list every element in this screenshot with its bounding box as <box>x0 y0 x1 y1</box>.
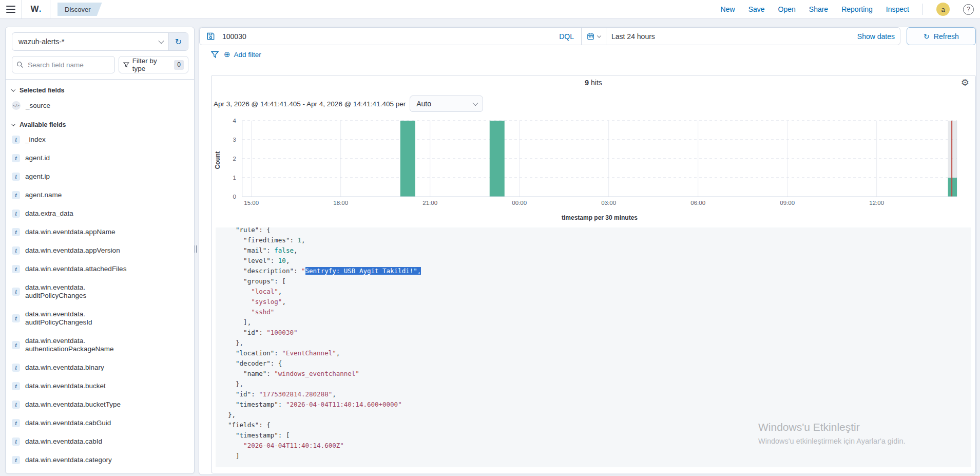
x-tick-label: 09:00 <box>780 200 795 206</box>
json-line: "2026-04-04T11:40:14.600Z" <box>228 441 971 451</box>
field-list-item[interactable]: tdata.​win.​eventdata.​auditPolicyChange… <box>8 305 192 332</box>
hits-histogram-panel: 9 hits ⚙ Apr 3, 2026 @ 14:41:41.405 - Ap… <box>211 75 976 473</box>
json-line: }, <box>228 338 971 348</box>
breadcrumb: Discover <box>57 3 102 16</box>
nav-open[interactable]: Open <box>778 5 796 13</box>
field-name: data.​win.​eventdata.​auditPolicyChanges <box>25 283 139 300</box>
logo-text: W <box>31 4 39 14</box>
json-line: "id": "100030" <box>228 328 971 338</box>
refresh-icon: ↻ <box>924 32 930 41</box>
index-pattern-refresh-button[interactable]: ↻ <box>168 33 188 50</box>
histogram-bar[interactable] <box>400 121 415 197</box>
y-tick-label: 0 <box>233 194 236 200</box>
search-icon <box>16 61 24 68</box>
json-line: "sshd" <box>228 307 971 317</box>
field-list-item[interactable]: tdata.​win.​eventdata.​appName <box>8 223 192 241</box>
nav-reporting[interactable]: Reporting <box>841 5 873 13</box>
nav-divider <box>923 4 923 15</box>
json-line: "groups": [ <box>228 276 971 287</box>
field-name: agent.​id <box>25 154 50 162</box>
hits-number: 9 <box>585 79 589 87</box>
document-json-viewer: "rule": { "firedtimes": 1, "mail": false… <box>216 227 971 467</box>
query-language-button[interactable]: DQL <box>552 32 581 41</box>
timerange-value[interactable]: Last 24 hours <box>611 32 655 41</box>
x-tick-label: 15:00 <box>244 200 259 206</box>
add-filter-button[interactable]: ⊕ Add filter <box>224 50 261 59</box>
field-name: _index <box>25 136 46 144</box>
field-type-string-icon: t <box>12 191 20 199</box>
selected-fields-header[interactable]: Selected fields <box>8 85 192 96</box>
filter-bar: ⊕ Add filter <box>211 48 261 61</box>
field-list-item[interactable]: tdata.​win.​eventdata.​cabGuid <box>8 414 192 432</box>
field-list-body: Selected fields </> _source Available fi… <box>6 79 194 473</box>
field-list-item[interactable]: tdata.​win.​eventdata.​binary <box>8 358 192 377</box>
field-list-item[interactable]: tdata.​win.​eventdata.​cabId <box>8 432 192 451</box>
json-line: ], <box>228 317 971 328</box>
field-list-item[interactable]: tdata.​extra_data <box>8 204 192 223</box>
refresh-button[interactable]: ↻ Refresh <box>907 27 976 45</box>
panel-resize-handle[interactable] <box>194 243 198 255</box>
field-name: data.​win.​eventdata.​authenticationPack… <box>25 337 139 353</box>
field-list-item[interactable]: tdata.​win.​eventdata.​appVersion <box>8 241 192 260</box>
json-line: }, <box>228 379 971 389</box>
x-tick-label: 06:00 <box>690 200 705 206</box>
field-item-source[interactable]: </> _source <box>8 96 192 115</box>
filter-funnel-icon <box>123 62 129 68</box>
field-type-string-icon: t <box>12 401 20 409</box>
field-list-item[interactable]: t_index <box>8 130 192 149</box>
field-name: data.​win.​eventdata.​binary <box>25 364 104 372</box>
field-type-string-icon: t <box>12 246 20 255</box>
avatar[interactable]: a <box>936 3 950 16</box>
field-list-item[interactable]: tagent.​id <box>8 149 192 167</box>
x-tick-label: 18:00 <box>333 200 348 206</box>
refresh-label: Refresh <box>934 32 959 41</box>
save-query-button[interactable] <box>200 32 218 41</box>
field-search-input[interactable] <box>27 61 95 69</box>
chart-options-gear-icon[interactable]: ⚙ <box>961 78 969 87</box>
field-name: data.​win.​eventdata.​appName <box>25 228 116 236</box>
field-list-item[interactable]: tdata.​win.​eventdata.​authenticationPac… <box>8 332 192 358</box>
nav-inspect[interactable]: Inspect <box>886 5 909 13</box>
x-tick-label: 03:00 <box>601 200 616 206</box>
json-line: "location": "EventChannel", <box>228 348 971 358</box>
query-input[interactable] <box>218 32 552 41</box>
json-code: "rule": { "firedtimes": 1, "mail": false… <box>216 227 971 461</box>
field-list-item[interactable]: tdata.​win.​eventdata.​category <box>8 451 192 469</box>
field-list-item[interactable]: tdata.​win.​eventdata.​auditPolicyChange… <box>8 278 192 305</box>
field-type-string-icon: t <box>12 419 20 427</box>
date-picker-calendar-button[interactable] <box>582 28 606 45</box>
nav-save[interactable]: Save <box>748 5 765 13</box>
circle-plus-icon: ⊕ <box>224 50 230 59</box>
help-icon[interactable]: ? <box>963 4 974 15</box>
field-list-item[interactable]: tdata.​win.​eventdata.​bucketType <box>8 395 192 414</box>
show-dates-button[interactable]: Show dates <box>857 32 895 41</box>
nav-share[interactable]: Share <box>809 5 828 13</box>
add-filter-label: Add filter <box>234 51 261 59</box>
selected-fields-label: Selected fields <box>20 87 65 94</box>
date-range-control: Last 24 hours Show dates <box>606 28 900 45</box>
available-fields-header[interactable]: Available fields <box>8 119 192 130</box>
field-list-item[interactable]: tdata.​win.​eventdata.​bucket <box>8 377 192 395</box>
menu-hamburger-icon[interactable] <box>0 0 22 18</box>
index-pattern-select[interactable]: wazuh-alerts-* <box>12 33 168 50</box>
histogram-bar[interactable] <box>948 178 957 197</box>
histogram-bar[interactable] <box>490 121 505 197</box>
json-line: "name": "windows_eventchannel" <box>228 369 971 379</box>
app-logo[interactable]: W. <box>22 0 50 18</box>
json-line: "timestamp": [ <box>228 430 971 441</box>
json-line: ] <box>228 451 971 461</box>
field-name: agent.​ip <box>25 173 50 181</box>
nav-new[interactable]: New <box>721 5 735 13</box>
field-list-item[interactable]: tagent.​ip <box>8 167 192 186</box>
field-name: data.​win.​eventdata.​cabId <box>25 437 102 446</box>
filter-by-type-button[interactable]: Filter by type 0 <box>119 56 188 73</box>
hits-label: hits <box>589 79 602 87</box>
field-list-item[interactable]: tagent.​name <box>8 186 192 204</box>
x-tick-label: 00:00 <box>512 200 527 206</box>
json-line: "local", <box>228 287 971 297</box>
available-field-list: t_indextagent.​idtagent.​iptagent.​namet… <box>8 130 192 469</box>
filters-funnel-icon[interactable] <box>211 51 219 59</box>
field-list-item[interactable]: tdata.​win.​eventdata.​attachedFiles <box>8 260 192 278</box>
histogram-chart: 15:0018:0021:0000:0003:0006:0009:0012:00… <box>212 119 975 210</box>
interval-select[interactable]: Auto <box>410 96 483 112</box>
